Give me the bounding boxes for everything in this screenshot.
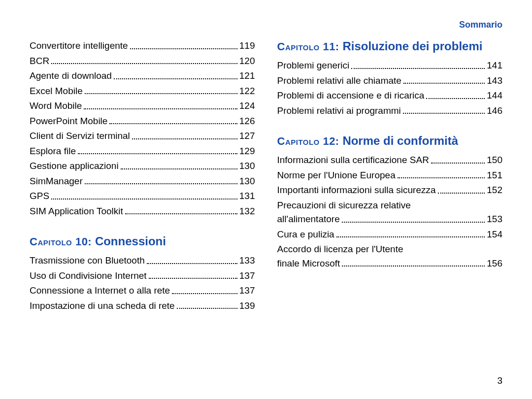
dot-leader	[438, 188, 485, 193]
toc-label: GPS	[30, 189, 49, 203]
toc-label: Problemi relativi alle chiamate	[277, 74, 401, 88]
chapter-title: Risoluzione dei problemi	[342, 39, 482, 53]
toc-entry: Gestione applicazioni 130	[30, 159, 255, 173]
dot-leader	[177, 303, 237, 309]
columns: Convertitore intelligente 119 BCR 120 Ag…	[30, 39, 502, 314]
toc-entry: GPS 131	[30, 189, 255, 203]
toc-label-line1: Precauzioni di sicurezza relative	[277, 199, 503, 213]
chapter-heading-11: Capitolo 11: Risoluzione dei problemi	[277, 39, 503, 54]
dot-leader	[403, 108, 485, 114]
toc-label: Impostazione di una scheda di rete	[30, 299, 175, 313]
dot-leader	[149, 273, 237, 279]
chapter-heading-12: Capitolo 12: Norme di conformità	[277, 133, 503, 148]
column-left: Convertitore intelligente 119 BCR 120 Ag…	[30, 39, 255, 314]
toc-label: Word Mobile	[30, 99, 82, 113]
dot-leader	[125, 209, 237, 214]
page: Sommario Convertitore intelligente 119 B…	[0, 0, 532, 399]
toc-entry: Agente di download 121	[30, 69, 255, 83]
toc-label: BCR	[30, 54, 49, 68]
toc-label-line2: all'alimentatore	[277, 212, 340, 227]
dot-leader	[342, 261, 485, 266]
toc-label: SimManager	[30, 174, 83, 189]
toc-page: 154	[487, 228, 502, 242]
toc-page: 131	[239, 189, 255, 203]
toc-page: 119	[239, 39, 255, 53]
toc-entry: Esplora file 129	[30, 144, 255, 159]
toc-label: PowerPoint Mobile	[30, 114, 107, 129]
toc-label: Trasmissione con Bluetooth	[30, 254, 145, 268]
toc-entry: PowerPoint Mobile 126	[30, 114, 255, 129]
dot-leader	[398, 173, 485, 178]
toc-label: Client di Servizi terminal	[30, 129, 130, 143]
dot-leader	[78, 149, 237, 154]
dot-leader	[130, 43, 237, 49]
toc-label: Connessione a Internet o alla rete	[30, 284, 170, 298]
toc-label-line1: Accordo di licenza per l'Utente	[277, 242, 503, 257]
toc-entry: Cura e pulizia 154	[277, 228, 503, 242]
toc-page: 150	[487, 153, 502, 167]
toc-label: Problemi generici	[277, 59, 350, 73]
dot-leader	[426, 93, 485, 99]
dot-leader	[342, 217, 485, 222]
dot-leader	[51, 194, 237, 199]
toc-entry: Precauzioni di sicurezza relative all'al…	[277, 199, 503, 227]
toc-page: 152	[487, 183, 502, 198]
toc-page: 141	[487, 59, 502, 73]
toc-entry: Problemi relativi ai programmi 146	[277, 104, 503, 118]
toc-page: 137	[239, 284, 255, 298]
chapter-title: Connessioni	[95, 234, 166, 248]
toc-entry: Word Mobile 124	[30, 99, 255, 113]
toc-label: Informazioni sulla certificazione SAR	[277, 153, 429, 167]
chapter-prefix: Capitolo 12:	[277, 135, 339, 147]
toc-page: 129	[239, 144, 255, 159]
toc-entry: Excel Mobile 122	[30, 84, 255, 99]
dot-leader	[336, 232, 485, 237]
toc-entry: Problemi relativi alle chiamate 143	[277, 74, 503, 88]
toc-entry: Problemi di accensione e di ricarica 144	[277, 89, 503, 103]
toc-label-line2: finale Microsoft	[277, 257, 340, 271]
toc-entry: Problemi generici 141	[277, 59, 503, 73]
page-number: 3	[497, 375, 502, 386]
toc-page: 126	[239, 114, 255, 129]
toc-label: Gestione applicazioni	[30, 159, 119, 173]
toc-label: Esplora file	[30, 144, 76, 159]
toc-entry: Connessione a Internet o alla rete 137	[30, 284, 255, 298]
toc-page: 143	[487, 74, 502, 88]
dot-leader	[132, 133, 237, 139]
toc-entry: Client di Servizi terminal 127	[30, 129, 255, 143]
toc-page: 130	[239, 174, 255, 189]
header-title: Sommario	[30, 20, 502, 30]
toc-label: Norme per l'Unione Europea	[277, 168, 396, 183]
toc-entry: Importanti informazioni sulla sicurezza …	[277, 183, 503, 198]
dot-leader	[85, 179, 237, 184]
dot-leader	[109, 119, 237, 124]
dot-leader	[431, 158, 485, 163]
toc-page: 130	[239, 159, 255, 173]
toc-page: 132	[239, 204, 255, 219]
toc-entry: BCR 120	[30, 54, 255, 68]
toc-page: 121	[239, 69, 255, 83]
dot-leader	[85, 89, 237, 94]
dot-leader	[351, 63, 485, 68]
toc-label: SIM Application Toolkit	[30, 204, 123, 219]
toc-page: 120	[239, 54, 255, 68]
dot-leader	[147, 258, 237, 264]
toc-entry: Impostazione di una scheda di rete 139	[30, 299, 255, 313]
toc-page: 153	[487, 212, 502, 227]
toc-page: 127	[239, 129, 255, 143]
dot-leader	[172, 288, 237, 294]
dot-leader	[51, 59, 237, 64]
toc-page: 151	[487, 168, 502, 183]
toc-page: 156	[487, 257, 502, 271]
toc-entry: SimManager 130	[30, 174, 255, 189]
toc-page: 133	[239, 254, 255, 268]
toc-label: Agente di download	[30, 69, 112, 83]
chapter-prefix: Capitolo 11:	[277, 40, 339, 53]
toc-entry: Accordo di licenza per l'Utente finale M…	[277, 242, 503, 270]
toc-page: 146	[487, 104, 502, 118]
toc-page: 144	[487, 89, 502, 103]
toc-page: 122	[239, 84, 255, 99]
toc-label: Problemi di accensione e di ricarica	[277, 89, 425, 103]
chapter-heading-10: Capitolo 10: Connessioni	[30, 234, 255, 249]
dot-leader	[121, 164, 237, 169]
